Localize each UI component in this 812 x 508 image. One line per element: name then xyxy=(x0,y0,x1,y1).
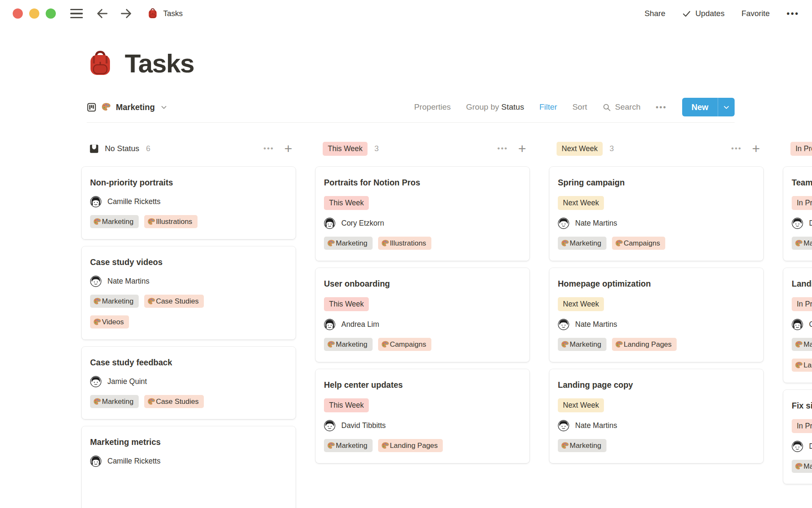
tag-chip: Marketing xyxy=(558,338,606,351)
chevron-down-icon xyxy=(723,104,730,111)
column-add-button[interactable]: + xyxy=(752,142,760,155)
share-button[interactable]: Share xyxy=(645,9,665,18)
forward-arrow-icon[interactable] xyxy=(119,7,133,20)
tag-label: Marketing xyxy=(804,239,812,248)
view-more-button[interactable]: ••• xyxy=(656,103,667,112)
assignee-row: Nate Martins xyxy=(558,319,755,330)
close-window-button[interactable] xyxy=(13,8,23,19)
group-by-button[interactable]: Group by Status xyxy=(466,102,524,112)
page-title[interactable]: Tasks xyxy=(125,48,194,78)
sidebar-toggle-icon[interactable] xyxy=(70,9,83,18)
task-card[interactable]: Landing In Progress Camille Marketing La… xyxy=(783,268,812,383)
view-switcher[interactable]: Marketing xyxy=(87,102,167,112)
breadcrumb[interactable]: Tasks xyxy=(147,8,183,19)
card-title: Fix site xyxy=(792,400,812,411)
search-icon xyxy=(602,103,611,112)
task-card[interactable]: Homepage optimization Next Week Nate Mar… xyxy=(549,268,763,362)
palette-icon xyxy=(795,239,803,248)
page-backpack-icon[interactable] xyxy=(87,50,114,77)
column-more-button[interactable]: ••• xyxy=(731,144,742,153)
status-badge: In Progress xyxy=(792,419,812,433)
task-card[interactable]: Landing page copy Next Week Nate Martins… xyxy=(549,369,763,463)
tag-label: Case Studies xyxy=(156,398,199,406)
updates-button[interactable]: Updates xyxy=(682,9,724,18)
tag-label: Landing Pages xyxy=(804,361,812,370)
tag-chip: Marketing xyxy=(558,237,606,250)
tag-chip: Marketing xyxy=(792,237,812,250)
palette-icon xyxy=(795,340,803,349)
assignee-name: David xyxy=(809,219,812,228)
page-header: Tasks xyxy=(87,48,735,78)
kanban-board: No Status 6 ••• + Non-priority portraits… xyxy=(82,140,812,508)
assignee-row: Nate Martins xyxy=(90,276,287,287)
tag-chip: Illustrations xyxy=(144,215,198,228)
breadcrumb-title: Tasks xyxy=(163,9,183,18)
task-card[interactable]: Spring campaign Next Week Nate Martins M… xyxy=(549,167,763,261)
avatar xyxy=(558,218,569,229)
task-card[interactable]: Portraits for Notion Pros This Week Cory… xyxy=(315,167,529,261)
palette-icon xyxy=(795,462,803,471)
avatar xyxy=(90,376,102,387)
palette-icon xyxy=(327,340,335,349)
column-add-button[interactable]: + xyxy=(284,142,292,155)
task-card[interactable]: Help center updates This Week David Tibb… xyxy=(315,369,529,463)
properties-button[interactable]: Properties xyxy=(414,102,451,112)
card-title: Homepage optimization xyxy=(558,278,755,290)
new-button-label[interactable]: New xyxy=(682,98,718,116)
check-icon xyxy=(682,9,691,18)
zoom-window-button[interactable] xyxy=(46,8,56,19)
assignee-name: Camille Ricketts xyxy=(107,197,160,206)
status-badge: Next Week xyxy=(558,297,604,311)
assignee-row: Camille Ricketts xyxy=(90,456,287,467)
view-toolbar: Marketing Properties Group by Status Fil… xyxy=(87,98,735,123)
column-add-button[interactable]: + xyxy=(518,142,526,155)
task-card[interactable]: Non-priority portraits Camille Ricketts … xyxy=(82,167,296,239)
view-name: Marketing xyxy=(116,102,155,112)
task-card[interactable]: Case study videos Nate Martins Marketing… xyxy=(82,246,296,340)
more-menu-button[interactable]: ••• xyxy=(787,9,799,19)
tag-list: Marketing Illustrations xyxy=(90,215,287,228)
column-status-badge: This Week xyxy=(323,142,368,156)
tag-list: Videos xyxy=(90,315,287,329)
task-card[interactable]: User onboarding This Week Andrea Lim Mar… xyxy=(315,268,529,362)
back-arrow-icon[interactable] xyxy=(96,7,109,20)
assignee-name: Jamie Quint xyxy=(107,377,147,386)
tag-chip: Marketing xyxy=(792,338,812,351)
tag-chip: Videos xyxy=(90,315,129,329)
column-header: In Progress xyxy=(783,140,812,157)
column-more-button[interactable]: ••• xyxy=(263,144,274,153)
task-card[interactable]: Fix site In Progress David Marketing xyxy=(783,390,812,484)
avatar xyxy=(558,420,569,431)
column-this-week: This Week 3 ••• + Portraits for Notion P… xyxy=(315,140,529,470)
assignee-row: Jamie Quint xyxy=(90,376,287,387)
task-card[interactable]: Team In Progress David Marketing xyxy=(783,167,812,261)
tag-chip: Marketing xyxy=(90,395,139,408)
tag-label: Marketing xyxy=(102,218,134,226)
palette-icon xyxy=(147,218,156,226)
search-button[interactable]: Search xyxy=(602,102,640,112)
avatar xyxy=(90,196,102,207)
assignee-row: Nate Martins xyxy=(558,218,755,229)
task-card[interactable]: Marketing metrics Camille Ricketts xyxy=(82,426,296,508)
updates-label: Updates xyxy=(695,9,724,18)
assignee-name: David xyxy=(809,442,812,451)
sort-button[interactable]: Sort xyxy=(572,102,587,112)
minimize-window-button[interactable] xyxy=(29,8,39,19)
favorite-button[interactable]: Favorite xyxy=(741,9,770,18)
new-button[interactable]: New xyxy=(682,98,735,116)
assignee-row: David xyxy=(792,441,812,452)
tag-label: Marketing xyxy=(570,442,601,450)
palette-icon xyxy=(561,239,569,248)
palette-icon xyxy=(381,340,390,349)
palette-icon xyxy=(327,239,335,248)
assignee-row: Nate Martins xyxy=(558,420,755,431)
backpack-icon xyxy=(147,8,158,19)
filter-button[interactable]: Filter xyxy=(539,102,557,112)
card-title: Spring campaign xyxy=(558,177,755,188)
group-by-label: Group by xyxy=(466,102,501,111)
column-more-button[interactable]: ••• xyxy=(497,144,508,153)
column-header: No Status 6 ••• + xyxy=(82,140,296,157)
new-dropdown-button[interactable] xyxy=(718,98,735,116)
assignee-name: Nate Martins xyxy=(575,219,617,228)
task-card[interactable]: Case study feedback Jamie Quint Marketin… xyxy=(82,347,296,419)
